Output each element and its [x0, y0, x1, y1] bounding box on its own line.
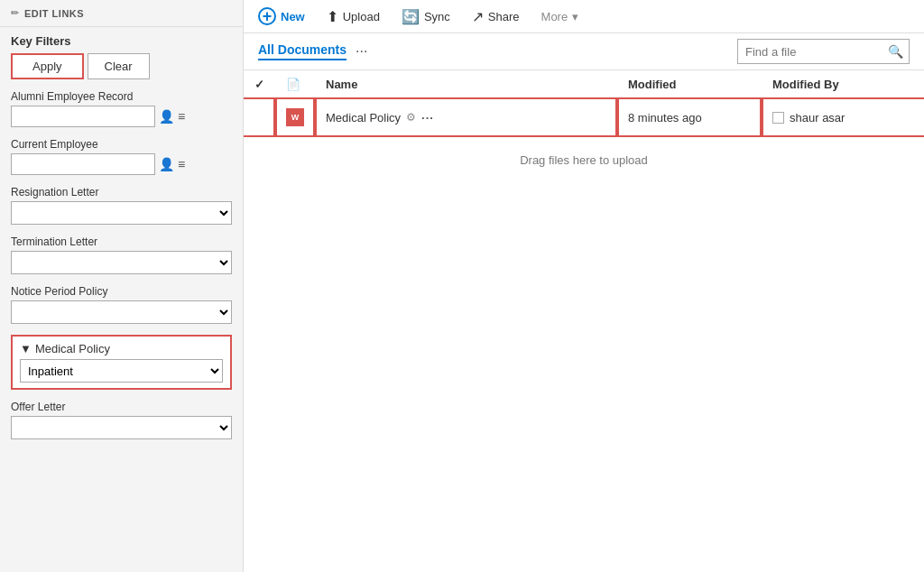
sync-icon: 🔄 [402, 8, 420, 25]
chevron-down-icon: ▾ [572, 10, 578, 23]
medical-policy-label-row: ▼ Medical Policy [20, 342, 223, 355]
table-row: W Medical Policy ⚙ ··· 8 minutes ago [244, 99, 924, 136]
new-button[interactable]: + New [258, 7, 305, 25]
file-icon: 📄 [286, 78, 300, 91]
current-employee-field: Current Employee 👤 ≡ [11, 138, 232, 175]
row-modified-by-cell: shaur asar [762, 99, 924, 136]
list-icon[interactable]: ≡ [178, 109, 185, 124]
word-doc-icon: W [286, 108, 304, 126]
edit-links-label: EDIT LINKS [24, 8, 84, 19]
header-modified[interactable]: Modified [617, 70, 762, 99]
alumni-label: Alumni Employee Record [11, 90, 232, 103]
pencil-icon: ✏ [11, 7, 19, 19]
termination-select[interactable] [11, 251, 232, 274]
resignation-label: Resignation Letter [11, 186, 232, 198]
person-checkbox[interactable] [772, 112, 784, 124]
share-icon: ↗ [472, 8, 484, 25]
key-filters-label: Key Filters [11, 34, 232, 48]
more-label: More [541, 10, 568, 23]
sync-button[interactable]: 🔄 Sync [402, 8, 450, 25]
termination-field: Termination Letter [11, 235, 232, 274]
current-employee-input[interactable] [11, 153, 155, 175]
modifier-name: shaur asar [790, 111, 845, 125]
termination-label: Termination Letter [11, 235, 232, 248]
current-employee-input-row: 👤 ≡ [11, 153, 232, 175]
sync-label: Sync [424, 10, 450, 23]
key-filters-section: Key Filters Apply Clear Alumni Employee … [0, 27, 243, 457]
row-name-cell: Medical Policy ⚙ ··· [315, 99, 617, 136]
notice-period-select[interactable] [11, 300, 232, 324]
row-check-cell [244, 99, 275, 136]
clear-button[interactable]: Clear [88, 53, 150, 79]
offer-letter-field: Offer Letter [11, 401, 232, 439]
offer-letter-select[interactable] [11, 416, 232, 439]
person-icon[interactable]: 👤 [159, 109, 174, 124]
search-input[interactable] [738, 43, 882, 60]
upload-icon: ⬆ [327, 8, 338, 25]
list2-icon[interactable]: ≡ [178, 157, 185, 171]
upload-label: Upload [343, 10, 380, 23]
table-header-row: ✓ 📄 Name Modified Modified By [244, 70, 924, 99]
toolbar: + New ⬆ Upload 🔄 Sync ↗ Share More ▾ [244, 0, 924, 33]
alumni-input-row: 👤 ≡ [11, 106, 232, 127]
header-file-icon: 📄 [275, 70, 315, 99]
notice-period-field: Notice Period Policy [11, 285, 232, 324]
document-area: ✓ 📄 Name Modified Modified By W [244, 70, 924, 572]
edit-links-bar: ✏ EDIT LINKS [0, 0, 243, 27]
sidebar: ✏ EDIT LINKS Key Filters Apply Clear Alu… [0, 0, 244, 572]
row-modified-cell: 8 minutes ago [617, 99, 762, 136]
filter-buttons: Apply Clear [11, 53, 232, 79]
row-ellipsis-button[interactable]: ··· [421, 111, 434, 125]
document-name[interactable]: Medical Policy [326, 111, 401, 125]
person2-icon[interactable]: 👤 [159, 157, 174, 171]
alumni-input[interactable] [11, 106, 155, 127]
row-file-icon-cell: W [275, 99, 315, 136]
header-modified-by[interactable]: Modified By [762, 70, 924, 99]
share-label: Share [488, 10, 520, 23]
search-box: 🔍 [737, 39, 910, 64]
all-documents-tab[interactable]: All Documents [258, 42, 346, 60]
view-options-button[interactable]: ··· [356, 43, 367, 60]
offer-letter-label: Offer Letter [11, 401, 232, 413]
header-check: ✓ [244, 70, 275, 99]
notice-period-label: Notice Period Policy [11, 285, 232, 298]
more-button[interactable]: More ▾ [541, 10, 579, 23]
medical-policy-label: Medical Policy [35, 342, 110, 355]
plus-icon: + [258, 7, 276, 25]
settings-icon[interactable]: ⚙ [406, 111, 416, 124]
view-bar: All Documents ··· 🔍 [244, 33, 924, 70]
apply-button[interactable]: Apply [11, 53, 84, 79]
current-employee-label: Current Employee [11, 138, 232, 151]
medical-policy-filter: ▼ Medical Policy Inpatient Outpatient [11, 335, 232, 390]
document-table: ✓ 📄 Name Modified Modified By W [244, 70, 924, 135]
checkmark-icon: ✓ [254, 78, 264, 91]
new-label: New [281, 10, 305, 23]
funnel-icon: ▼ [20, 342, 32, 355]
resignation-field: Resignation Letter [11, 186, 232, 225]
upload-button[interactable]: ⬆ Upload [327, 8, 380, 25]
modified-time: 8 minutes ago [628, 111, 702, 125]
header-name[interactable]: Name [315, 70, 617, 99]
alumni-field: Alumni Employee Record 👤 ≡ [11, 90, 232, 127]
medical-policy-select[interactable]: Inpatient Outpatient [20, 359, 223, 383]
share-button[interactable]: ↗ Share [472, 8, 520, 25]
main-content: + New ⬆ Upload 🔄 Sync ↗ Share More ▾ All… [244, 0, 924, 572]
search-button[interactable]: 🔍 [882, 44, 909, 59]
resignation-select[interactable] [11, 201, 232, 225]
drag-hint: Drag files here to upload [244, 135, 924, 185]
